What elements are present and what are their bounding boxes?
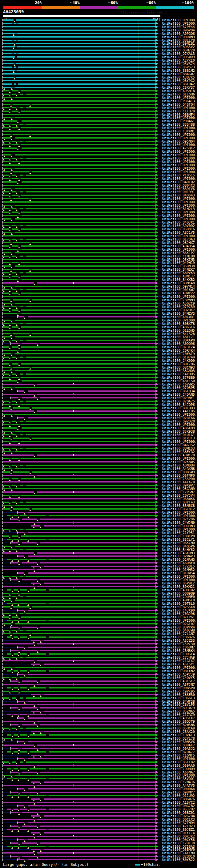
hit-bar[interactable]	[3, 327, 9, 328]
hit-bar[interactable]	[40, 542, 156, 544]
alignment-gap[interactable]	[17, 215, 22, 216]
segment-tick[interactable]	[2, 751, 3, 753]
segment-tick[interactable]	[2, 609, 3, 612]
hit-bar[interactable]	[13, 299, 30, 301]
arrowhead-icon[interactable]	[156, 737, 158, 740]
segment-tick[interactable]	[2, 754, 3, 756]
alignment-gap[interactable]	[16, 698, 20, 698]
alignment-gap[interactable]	[10, 438, 13, 438]
segment-tick[interactable]	[2, 144, 3, 146]
arrowhead-icon[interactable]	[156, 140, 158, 143]
arrowhead-icon[interactable]	[156, 214, 158, 217]
hit-bar[interactable]	[11, 856, 19, 857]
arrowhead-icon[interactable]	[156, 373, 158, 376]
alignment-gap[interactable]	[9, 293, 12, 293]
hit-bar[interactable]	[26, 239, 156, 240]
hit-bar[interactable]	[49, 559, 156, 560]
alignment-gap[interactable]	[19, 404, 21, 405]
subject-overhang-line[interactable]	[158, 134, 162, 135]
alignment-gap[interactable]	[10, 134, 13, 135]
arrowhead-icon[interactable]	[156, 666, 158, 669]
arrowhead-icon[interactable]	[156, 841, 158, 845]
segment-tick[interactable]	[2, 346, 3, 348]
alignment-gap[interactable]	[30, 134, 32, 135]
alignment-gap[interactable]	[19, 826, 22, 827]
alignment-gap[interactable]	[11, 188, 15, 189]
alignment-gap[interactable]	[9, 691, 12, 691]
hit-bar[interactable]	[22, 427, 156, 429]
alignment-gap[interactable]	[27, 559, 30, 560]
segment-tick[interactable]	[2, 781, 3, 783]
subject-overhang-line[interactable]	[3, 829, 7, 830]
alignment-gap[interactable]	[11, 809, 13, 809]
segment-tick[interactable]	[2, 632, 3, 635]
arrowhead-icon[interactable]	[156, 848, 158, 851]
hit-bar[interactable]	[3, 282, 34, 284]
segment-tick[interactable]	[2, 329, 3, 332]
subject-overhang-line[interactable]	[158, 40, 162, 41]
hit-bar[interactable]	[20, 255, 23, 257]
segment-tick[interactable]	[2, 336, 3, 338]
alignment-gap[interactable]	[46, 516, 49, 516]
hit-bar[interactable]	[37, 643, 156, 645]
arrowhead-icon[interactable]	[156, 22, 158, 25]
hit-bar[interactable]	[20, 809, 27, 810]
hit-bar[interactable]	[7, 620, 11, 621]
segment-tick[interactable]	[2, 100, 3, 102]
arrowhead-icon[interactable]	[156, 150, 158, 153]
subject-overhang-line[interactable]	[158, 127, 162, 128]
alignment-gap[interactable]	[11, 205, 15, 206]
arrowhead-icon[interactable]	[156, 673, 158, 676]
segment-tick[interactable]	[2, 690, 3, 692]
hit-bar[interactable]	[3, 198, 10, 199]
arrowhead-icon[interactable]	[156, 278, 158, 281]
hit-bar[interactable]	[15, 168, 156, 169]
mismatch-dots[interactable]	[73, 643, 74, 644]
hit-bar[interactable]	[16, 43, 156, 44]
arrowhead-icon[interactable]	[156, 322, 158, 325]
hit-bar[interactable]	[7, 809, 11, 810]
mismatch-dots[interactable]	[73, 818, 74, 819]
subject-overhang-line[interactable]	[158, 620, 162, 621]
subject-overhang-line[interactable]	[158, 33, 162, 34]
alignment-gap[interactable]	[19, 650, 22, 651]
arrowhead-icon[interactable]	[156, 396, 158, 399]
alignment-gap[interactable]	[9, 576, 12, 577]
hit-bar[interactable]	[26, 225, 156, 226]
subject-overhang-line[interactable]	[3, 526, 31, 526]
segment-tick[interactable]	[2, 342, 3, 345]
arrowhead-icon[interactable]	[156, 275, 158, 278]
hit-bar[interactable]	[7, 768, 11, 770]
arrowhead-icon[interactable]	[156, 39, 158, 42]
alignment-gap[interactable]	[40, 731, 44, 732]
hit-bar[interactable]	[3, 471, 10, 473]
arrowhead-icon[interactable]	[156, 349, 158, 352]
segment-tick[interactable]	[2, 787, 3, 790]
arrowhead-icon[interactable]	[156, 825, 158, 828]
hit-bar[interactable]	[17, 56, 156, 58]
hit-bar[interactable]	[26, 107, 156, 108]
hit-bar[interactable]	[22, 627, 37, 628]
hit-bar[interactable]	[18, 741, 24, 742]
hit-bar[interactable]	[20, 653, 27, 655]
hit-bar[interactable]	[3, 481, 156, 483]
hit-bar[interactable]	[32, 333, 156, 334]
segment-tick[interactable]	[2, 29, 3, 31]
arrowhead-icon[interactable]	[156, 518, 158, 521]
alignment-gap[interactable]	[18, 846, 20, 847]
alignment-gap[interactable]	[23, 289, 26, 290]
hit-bar[interactable]	[26, 191, 156, 192]
hit-bar[interactable]	[21, 593, 156, 594]
hit-bar[interactable]	[31, 525, 40, 527]
alignment-gap[interactable]	[34, 394, 37, 395]
arrowhead-icon[interactable]	[156, 548, 158, 551]
hit-bar[interactable]	[12, 245, 19, 247]
arrowhead-icon[interactable]	[156, 777, 158, 780]
segment-tick[interactable]	[2, 160, 3, 163]
hit-bar[interactable]	[13, 171, 30, 173]
alignment-gap[interactable]	[11, 286, 15, 287]
segment-tick[interactable]	[2, 636, 3, 638]
hit-bar[interactable]	[31, 781, 40, 783]
hit-bar[interactable]	[26, 502, 156, 503]
subject-overhang-line[interactable]	[158, 424, 162, 425]
